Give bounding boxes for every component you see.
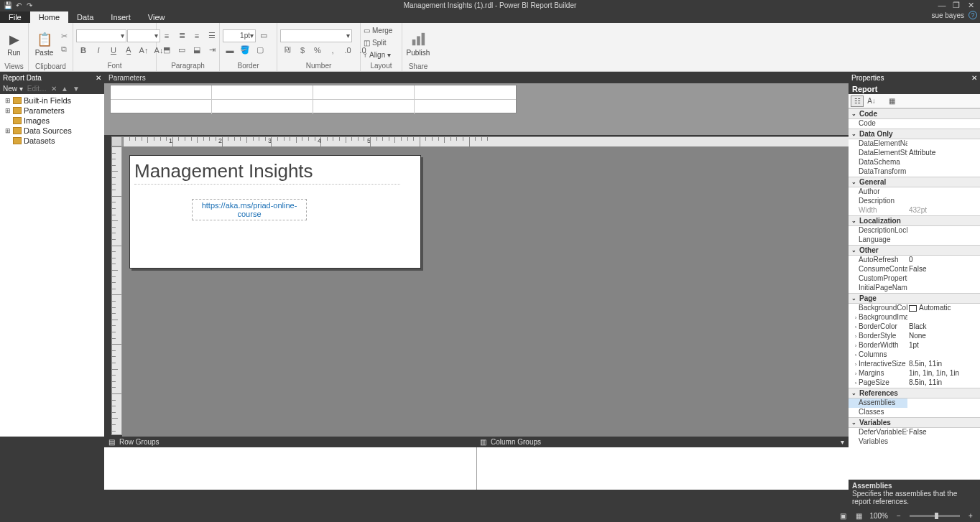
undo-icon[interactable]: ↶ — [14, 0, 24, 10]
tree-datasources[interactable]: ⊞Data Sources — [1, 126, 103, 136]
number-dollar-button[interactable]: $ — [295, 44, 310, 57]
move-down-icon[interactable]: ▼ — [73, 85, 80, 93]
prop-row[interactable]: DescriptionLocID — [849, 226, 980, 236]
bold-button[interactable]: B — [76, 44, 91, 57]
prop-row[interactable]: ›Margins1in, 1in, 1in, 1in — [849, 369, 980, 378]
zoom-slider[interactable] — [910, 515, 960, 517]
tree-builtin-fields[interactable]: ⊞Built-in Fields — [1, 95, 103, 106]
prop-row[interactable]: ›PageSize8.5in, 11in — [849, 378, 980, 388]
prop-row[interactable]: ›BorderColorBlack — [849, 322, 980, 332]
align-center-button[interactable]: ≣ — [175, 29, 189, 42]
prop-group[interactable]: ⌄General — [849, 177, 980, 187]
merge-button[interactable]: ▭Merge — [364, 25, 392, 37]
save-icon[interactable]: 💾 — [3, 0, 13, 10]
prop-row[interactable]: InitialPageName — [849, 284, 980, 293]
groups-menu-icon[interactable]: ▾ — [841, 438, 844, 446]
underline-button[interactable]: U — [106, 44, 121, 57]
border-style-button[interactable]: ▭ — [256, 29, 271, 42]
font-size-dropdown[interactable]: ▾ — [127, 29, 160, 42]
prop-row[interactable]: ›BorderStyleNone — [849, 332, 980, 341]
prop-group[interactable]: ⌄Localization — [849, 215, 980, 226]
italic-button[interactable]: I — [91, 44, 106, 57]
close-props-icon[interactable]: ✕ — [971, 74, 977, 82]
tab-home[interactable]: Home — [30, 11, 68, 23]
prop-row[interactable]: Classes — [849, 408, 980, 417]
prop-row[interactable]: Assemblies — [849, 399, 980, 408]
design-surface[interactable]: Management Insights https://aka.ms/priad… — [122, 146, 849, 437]
alphabetical-button[interactable]: A↓ — [865, 95, 878, 107]
prop-row[interactable]: AutoRefresh0 — [849, 256, 980, 265]
zoom-in-button[interactable]: + — [966, 512, 976, 520]
run-button[interactable]: ▶ Run — [3, 24, 25, 62]
new-button[interactable]: New ▾ — [3, 85, 23, 93]
prop-group[interactable]: ⌄Data Only — [849, 129, 980, 139]
indent-button[interactable]: ⇥ — [205, 44, 219, 57]
valign-mid-button[interactable]: ▭ — [175, 44, 189, 57]
paste-button[interactable]: 📋 Paste — [32, 24, 57, 62]
prop-row[interactable]: DeferVariableEvalFalse — [849, 428, 980, 437]
number-comma-button[interactable]: , — [325, 44, 340, 57]
prop-group[interactable]: ⌄Variables — [849, 417, 980, 428]
prop-row[interactable]: Description — [849, 197, 980, 206]
prop-row[interactable]: Width432pt — [849, 206, 980, 215]
copy-icon[interactable]: ⧉ — [58, 45, 70, 55]
move-up-icon[interactable]: ▲ — [61, 85, 68, 93]
title-textbox[interactable]: Management Insights — [134, 160, 400, 185]
prop-row[interactable]: ›InteractiveSize8.5in, 11in — [849, 360, 980, 369]
property-pages-button[interactable]: ▦ — [885, 95, 898, 107]
prop-group[interactable]: ⌄Other — [849, 245, 980, 256]
align-left-button[interactable]: ≡ — [160, 29, 174, 42]
prop-row[interactable]: Code — [849, 119, 980, 129]
prop-row[interactable]: Variables — [849, 437, 980, 447]
borders-button[interactable]: ▢ — [253, 44, 267, 57]
prop-row[interactable]: DataTransform — [849, 167, 980, 177]
number-percent-button[interactable]: % — [310, 44, 325, 57]
grow-font-button[interactable]: A↑ — [137, 44, 151, 57]
delete-icon[interactable]: ✕ — [51, 85, 57, 93]
bullets-button[interactable]: ☰ — [205, 29, 219, 42]
zoom-out-button[interactable]: − — [894, 512, 904, 520]
prop-group[interactable]: ⌄Code — [849, 108, 980, 119]
tab-data[interactable]: Data — [68, 11, 102, 23]
prop-group[interactable]: ⌄Page — [849, 293, 980, 304]
tab-view[interactable]: View — [139, 11, 174, 23]
status-icon-1[interactable]: ▣ — [838, 512, 848, 520]
prop-group[interactable]: ⌄References — [849, 388, 980, 399]
categorized-button[interactable]: ☷ — [851, 95, 864, 107]
maximize-button[interactable]: ❐ — [951, 1, 961, 10]
minimize-button[interactable]: ― — [937, 1, 947, 10]
valign-top-button[interactable]: ⬒ — [160, 44, 174, 57]
help-icon[interactable]: ? — [969, 11, 977, 19]
number-format-dropdown[interactable]: ▾ — [280, 29, 352, 42]
prop-row[interactable]: Language — [849, 236, 980, 245]
redo-icon[interactable]: ↷ — [24, 0, 34, 10]
prop-row[interactable]: Author — [849, 187, 980, 197]
tree-datasets[interactable]: Datasets — [1, 136, 103, 146]
increase-decimal-button[interactable]: .0 — [341, 44, 355, 57]
fill-color-button[interactable]: 🪣 — [238, 44, 252, 57]
tab-insert[interactable]: Insert — [102, 11, 139, 23]
tree-images[interactable]: Images — [1, 116, 103, 126]
tree-parameters[interactable]: ⊞Parameters — [1, 106, 103, 116]
font-family-dropdown[interactable]: ▾ — [76, 29, 126, 42]
parameters-grid[interactable] — [110, 85, 517, 113]
prop-row[interactable]: ›BorderWidth1pt — [849, 341, 980, 350]
row-groups-body[interactable] — [104, 447, 477, 490]
close-button[interactable]: ✕ — [966, 1, 976, 10]
border-color-button[interactable]: ▬ — [223, 44, 237, 57]
prop-row[interactable]: ConsumeContainFalse — [849, 265, 980, 274]
user-name[interactable]: sue bayes — [931, 11, 964, 19]
prop-row[interactable]: ›BackgroundImage — [849, 313, 980, 322]
font-color-button[interactable]: A̲ — [121, 44, 136, 57]
link-textbox[interactable]: https://aka.ms/priad-online-course — [192, 199, 307, 220]
prop-row[interactable]: DataElementNam — [849, 139, 980, 149]
align-right-button[interactable]: ≡ — [190, 29, 204, 42]
prop-row[interactable]: ›Columns — [849, 350, 980, 360]
properties-grid[interactable]: ⌄CodeCode⌄Data OnlyDataElementNamDataEle… — [849, 108, 980, 480]
split-button[interactable]: ◫Split — [364, 37, 392, 49]
number-currency-button[interactable]: ₪ — [280, 44, 295, 57]
close-panel-icon[interactable]: ✕ — [96, 74, 101, 82]
col-groups-body[interactable] — [477, 447, 849, 490]
publish-button[interactable]: Publish — [405, 24, 431, 62]
cut-icon[interactable]: ✂ — [58, 32, 70, 42]
